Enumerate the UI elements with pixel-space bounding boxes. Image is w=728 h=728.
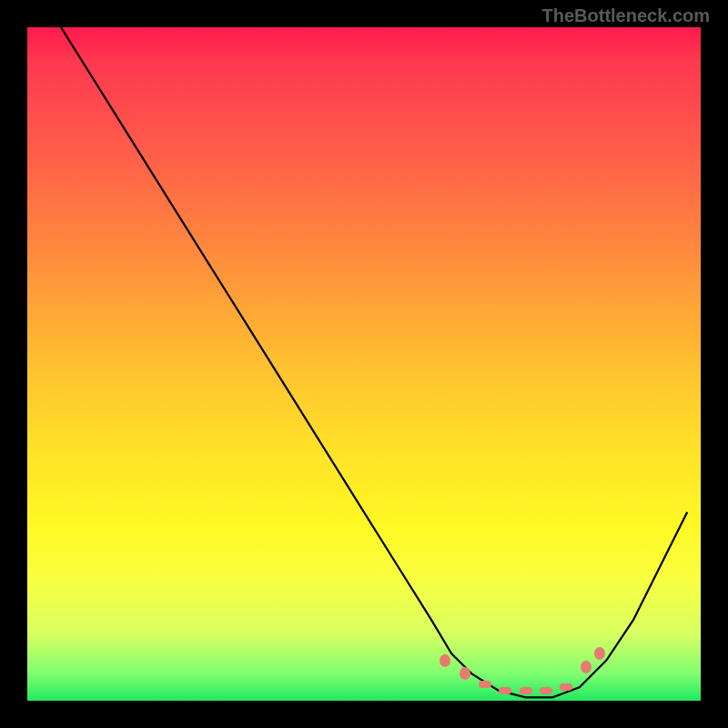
marker-dot: [499, 687, 511, 694]
marker-dot: [460, 667, 470, 680]
marker-dot: [520, 687, 532, 694]
marker-dot: [540, 687, 552, 694]
marker-dot: [581, 661, 592, 673]
marker-dot: [440, 654, 450, 667]
bottleneck-curve: [27, 27, 701, 701]
watermark-text: TheBottleneck.com: [542, 5, 710, 26]
chart-plot-area: [27, 27, 701, 701]
marker-dot: [594, 647, 605, 660]
marker-dot: [479, 681, 491, 688]
marker-dot: [560, 683, 572, 691]
